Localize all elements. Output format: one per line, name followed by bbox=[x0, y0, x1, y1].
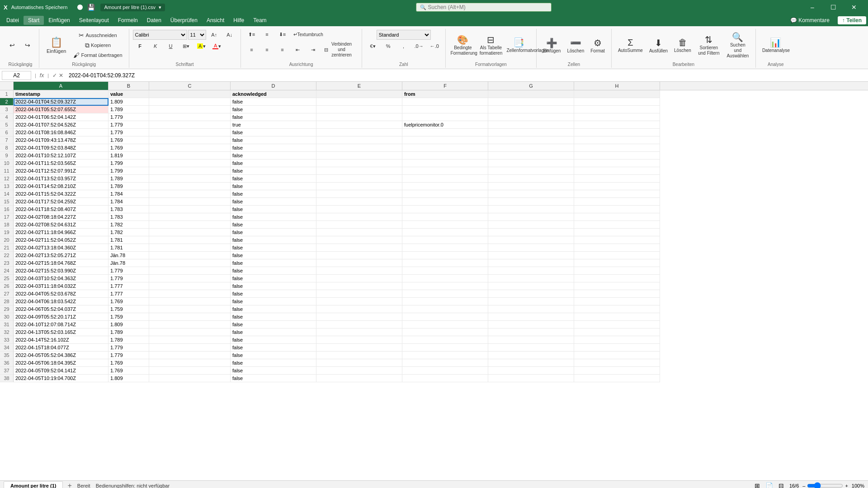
list-item[interactable]: false bbox=[231, 252, 316, 259]
list-item[interactable]: 1.789 bbox=[108, 183, 149, 190]
row-number[interactable]: 15 bbox=[0, 198, 14, 206]
list-item[interactable]: 1.784 bbox=[108, 198, 149, 206]
list-item[interactable] bbox=[402, 298, 488, 305]
row-number[interactable]: 36 bbox=[0, 359, 14, 367]
list-item[interactable] bbox=[316, 359, 402, 367]
list-item[interactable] bbox=[316, 305, 402, 313]
list-item[interactable]: false bbox=[231, 144, 316, 152]
list-item[interactable]: false bbox=[231, 275, 316, 282]
list-item[interactable]: false bbox=[231, 336, 316, 344]
currency-button[interactable]: €▾ bbox=[366, 42, 380, 51]
list-item[interactable] bbox=[402, 252, 488, 259]
list-item[interactable]: 2022-04-03T10:52:04.363Z bbox=[14, 275, 108, 282]
font-name-select[interactable]: Calibri bbox=[133, 30, 187, 40]
list-item[interactable]: 1.789 bbox=[108, 175, 149, 183]
row-number[interactable]: 5 bbox=[0, 121, 14, 129]
list-item[interactable] bbox=[488, 359, 574, 367]
list-item[interactable] bbox=[488, 282, 574, 290]
list-item[interactable] bbox=[488, 267, 574, 275]
list-item[interactable] bbox=[149, 167, 231, 175]
list-item[interactable] bbox=[149, 206, 231, 213]
list-item[interactable] bbox=[149, 113, 231, 121]
list-item[interactable]: 2022-04-01T11:52:03.565Z bbox=[14, 160, 108, 167]
dec-increase-button[interactable]: .0→ bbox=[412, 42, 426, 51]
list-item[interactable]: 2022-04-01T15:52:04.322Z bbox=[14, 190, 108, 198]
list-item[interactable] bbox=[488, 98, 574, 106]
insert-cells-button[interactable]: ➕ Einfügen bbox=[540, 32, 563, 59]
list-item[interactable] bbox=[149, 183, 231, 190]
row-number[interactable]: 22 bbox=[0, 252, 14, 259]
list-item[interactable] bbox=[149, 375, 231, 382]
list-item[interactable]: value bbox=[108, 90, 149, 98]
italic-button[interactable]: K bbox=[148, 42, 163, 51]
list-item[interactable] bbox=[488, 160, 574, 167]
list-item[interactable] bbox=[402, 305, 488, 313]
list-item[interactable] bbox=[149, 160, 231, 167]
dec-decrease-button[interactable]: ←.0 bbox=[427, 42, 442, 51]
list-item[interactable] bbox=[574, 129, 660, 136]
list-item[interactable]: 1.759 bbox=[108, 313, 149, 321]
list-item[interactable] bbox=[574, 136, 660, 144]
list-item[interactable] bbox=[402, 359, 488, 367]
conditional-format-button[interactable]: 🎨 Bedingte Formatierung bbox=[449, 32, 476, 59]
list-item[interactable] bbox=[574, 305, 660, 313]
merge-center-button[interactable]: ⊟ Verbinden und zentrieren bbox=[321, 41, 358, 59]
grid-scroll[interactable]: 1timestampvalueacknowledgedfrom22022-04-… bbox=[0, 90, 868, 480]
list-item[interactable]: false bbox=[231, 152, 316, 160]
add-sheet-button[interactable]: + bbox=[64, 481, 75, 488]
list-item[interactable] bbox=[574, 229, 660, 236]
list-item[interactable] bbox=[402, 213, 488, 221]
list-item[interactable] bbox=[574, 252, 660, 259]
list-item[interactable] bbox=[402, 375, 488, 382]
list-item[interactable] bbox=[149, 305, 231, 313]
list-item[interactable]: false bbox=[231, 98, 316, 106]
list-item[interactable] bbox=[316, 375, 402, 382]
list-item[interactable] bbox=[316, 129, 402, 136]
list-item[interactable]: 1.809 bbox=[108, 375, 149, 382]
list-item[interactable] bbox=[316, 282, 402, 290]
list-item[interactable] bbox=[402, 321, 488, 328]
normal-view-button[interactable]: ⊞ bbox=[753, 481, 762, 488]
page-layout-button[interactable]: 📄 bbox=[764, 481, 775, 488]
col-header-h[interactable]: H bbox=[574, 82, 660, 90]
list-item[interactable] bbox=[488, 275, 574, 282]
col-header-e[interactable]: E bbox=[316, 82, 402, 90]
list-item[interactable] bbox=[488, 305, 574, 313]
list-item[interactable] bbox=[574, 106, 660, 113]
list-item[interactable]: 1.789 bbox=[108, 328, 149, 336]
list-item[interactable]: 2022-04-03T11:18:04.032Z bbox=[14, 282, 108, 290]
list-item[interactable] bbox=[149, 136, 231, 144]
row-number[interactable]: 1 bbox=[0, 90, 14, 98]
autosum-button[interactable]: Σ AutoSumme bbox=[615, 32, 646, 59]
list-item[interactable]: false bbox=[231, 236, 316, 244]
list-item[interactable] bbox=[402, 275, 488, 282]
list-item[interactable]: timestamp bbox=[14, 90, 108, 98]
list-item[interactable] bbox=[574, 336, 660, 344]
list-item[interactable]: 1.799 bbox=[108, 160, 149, 167]
list-item[interactable]: 2022-04-02T11:18:04.966Z bbox=[14, 229, 108, 236]
list-item[interactable] bbox=[574, 113, 660, 121]
list-item[interactable]: true bbox=[231, 121, 316, 129]
row-number[interactable]: 3 bbox=[0, 106, 14, 113]
list-item[interactable] bbox=[316, 190, 402, 198]
cell-reference-box[interactable] bbox=[2, 71, 31, 80]
list-item[interactable] bbox=[316, 206, 402, 213]
list-item[interactable] bbox=[488, 313, 574, 321]
list-item[interactable] bbox=[316, 121, 402, 129]
list-item[interactable]: fuelpricemonitor.0 bbox=[402, 121, 488, 129]
list-item[interactable]: false bbox=[231, 290, 316, 298]
list-item[interactable]: 2022-04-10T12:07:08.714Z bbox=[14, 321, 108, 328]
menu-seitenlayout[interactable]: Seitenlayout bbox=[75, 16, 113, 25]
list-item[interactable] bbox=[316, 267, 402, 275]
list-item[interactable] bbox=[402, 106, 488, 113]
list-item[interactable] bbox=[488, 121, 574, 129]
row-number[interactable]: 34 bbox=[0, 344, 14, 352]
cut-button[interactable]: ✂ Ausschneiden bbox=[71, 31, 125, 40]
list-item[interactable] bbox=[149, 321, 231, 328]
list-item[interactable] bbox=[574, 175, 660, 183]
minimize-button[interactable]: – bbox=[802, 0, 823, 14]
menu-ueberpruefen[interactable]: Überprüfen bbox=[166, 16, 202, 25]
menu-einfuegen[interactable]: Einfügen bbox=[44, 16, 74, 25]
list-item[interactable] bbox=[574, 167, 660, 175]
list-item[interactable] bbox=[149, 367, 231, 375]
